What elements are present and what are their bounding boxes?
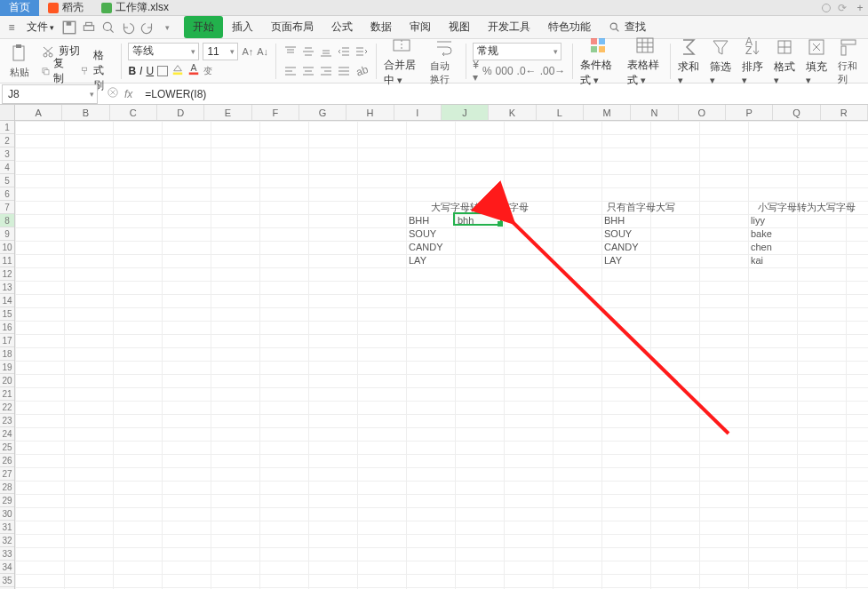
select-all-corner[interactable] (0, 105, 15, 121)
row-header-18[interactable]: 18 (0, 347, 14, 361)
row-header-21[interactable]: 21 (0, 387, 14, 401)
number-format-select[interactable]: 常规 (473, 43, 561, 60)
col-header-J[interactable]: J (442, 105, 489, 120)
formula-input[interactable]: =LOWER(I8) (139, 84, 868, 104)
align-justify-icon[interactable] (337, 64, 351, 78)
col-header-C[interactable]: C (110, 105, 157, 120)
sort-group[interactable]: AZ 排序 ▾ (737, 39, 768, 83)
tablestyle-group[interactable]: 表格样式 ▾ (622, 39, 669, 83)
col-header-I[interactable]: I (394, 105, 442, 120)
align-left-icon[interactable] (283, 64, 298, 78)
paste-group[interactable]: 粘贴 (4, 39, 36, 83)
font-color-button[interactable]: A (187, 63, 200, 78)
fontsize-select[interactable]: 11 (203, 43, 238, 60)
col-header-B[interactable]: B (62, 105, 109, 120)
cell-M8[interactable]: BHH (601, 214, 650, 227)
cell-header2[interactable]: 只有首字母大写 (568, 201, 714, 214)
row-header-24[interactable]: 24 (0, 427, 14, 441)
col-header-F[interactable]: F (252, 105, 299, 120)
row-header-2[interactable]: 2 (0, 134, 14, 147)
ribbon-tab-view[interactable]: 视图 (440, 16, 479, 38)
row-header-17[interactable]: 17 (0, 334, 14, 347)
col-header-R[interactable]: R (821, 105, 868, 120)
row-header-26[interactable]: 26 (0, 454, 14, 467)
row-header-1[interactable]: 1 (0, 121, 14, 134)
row-header-29[interactable]: 29 (0, 494, 14, 507)
col-header-G[interactable]: G (299, 105, 346, 120)
save-icon[interactable] (61, 20, 77, 36)
fill-color-button[interactable] (171, 63, 184, 78)
row-header-33[interactable]: 33 (0, 547, 14, 561)
tab-workbook[interactable]: 工作簿.xlsx (92, 0, 178, 16)
decimal-dec-icon[interactable]: .00→ (540, 65, 566, 77)
row-header-35[interactable]: 35 (0, 574, 14, 587)
align-center-icon[interactable] (301, 64, 315, 78)
row-header-11[interactable]: 11 (0, 254, 14, 267)
ribbon-tab-dev[interactable]: 开发工具 (479, 16, 539, 38)
percent-icon[interactable]: % (482, 65, 492, 77)
preview-icon[interactable] (100, 20, 116, 36)
row-header-5[interactable]: 5 (0, 174, 14, 187)
cell-I8[interactable]: BHH (406, 214, 455, 227)
name-box[interactable]: J8 (2, 84, 98, 104)
phonetic-button[interactable]: 变 (203, 65, 212, 77)
cell-P10[interactable]: chen (748, 241, 797, 254)
row-header-34[interactable]: 34 (0, 561, 14, 574)
row-header-22[interactable]: 22 (0, 401, 14, 414)
decimal-inc-icon[interactable]: .0← (517, 65, 537, 77)
align-middle-icon[interactable] (301, 44, 315, 59)
row-header-9[interactable]: 9 (0, 227, 14, 241)
format-painter-icon[interactable] (80, 64, 89, 78)
menu-icon[interactable]: ≡ (4, 20, 20, 36)
sum-group[interactable]: 求和 ▾ (673, 39, 705, 83)
cell-M10[interactable]: CANDY (601, 241, 650, 254)
col-header-L[interactable]: L (537, 105, 584, 120)
col-header-K[interactable]: K (489, 105, 536, 120)
grow-font-icon[interactable]: A↑ (242, 46, 253, 57)
row-header-31[interactable]: 31 (0, 521, 14, 534)
col-header-E[interactable]: E (204, 105, 251, 120)
shrink-font-icon[interactable]: A↓ (257, 46, 268, 57)
print-icon[interactable] (81, 20, 97, 36)
col-header-A[interactable]: A (15, 105, 62, 120)
col-header-O[interactable]: O (679, 105, 726, 120)
tab-home[interactable]: 首页 (0, 0, 39, 16)
row-header-14[interactable]: 14 (0, 294, 14, 307)
row-header-28[interactable]: 28 (0, 481, 14, 494)
col-header-N[interactable]: N (631, 105, 678, 120)
format-group[interactable]: 格式 ▾ (768, 39, 800, 83)
fx-icon[interactable]: fx (124, 88, 132, 100)
row-header-15[interactable]: 15 (0, 307, 14, 321)
italic-button[interactable]: I (139, 65, 142, 77)
cells-area[interactable]: 大写字母转为小写字母 只有首字母大写 小写字母转为大写字母 BHH SOUY C… (15, 121, 868, 589)
cell-P8[interactable]: liyy (748, 214, 797, 227)
cell-header1[interactable]: 大写字母转为小写字母 (406, 201, 553, 214)
ribbon-tab-formula[interactable]: 公式 (323, 16, 362, 38)
orientation-icon[interactable]: ab (354, 64, 369, 78)
cell-P9[interactable]: bake (748, 227, 797, 241)
row-header-20[interactable]: 20 (0, 374, 14, 387)
font-select[interactable]: 等线 (128, 43, 199, 60)
merge-group[interactable]: 合并居中 ▾ (378, 39, 426, 83)
row-header-16[interactable]: 16 (0, 321, 14, 334)
row-header-19[interactable]: 19 (0, 361, 14, 374)
rowcol-group[interactable]: 行和列 (832, 39, 864, 83)
cell-M11[interactable]: LAY (601, 254, 650, 267)
row-header-23[interactable]: 23 (0, 414, 14, 427)
tab-daoke[interactable]: 稻壳 (39, 0, 92, 16)
row-header-6[interactable]: 6 (0, 187, 14, 201)
wrap-group[interactable]: 自动换行 (425, 39, 463, 83)
quick-dropdown-icon[interactable]: ▾ (159, 20, 175, 36)
cell-J8[interactable]: bhh (455, 214, 504, 227)
tab-forward-icon[interactable]: ⟳ (838, 2, 847, 14)
filter-group[interactable]: 筛选 ▾ (705, 39, 737, 83)
col-header-M[interactable]: M (584, 105, 631, 120)
row-header-27[interactable]: 27 (0, 467, 14, 481)
row-header-8[interactable]: 8 (0, 214, 14, 227)
row-header-12[interactable]: 12 (0, 267, 14, 281)
bold-button[interactable]: B (128, 65, 136, 77)
redo-icon[interactable] (139, 20, 155, 36)
copy-label[interactable]: 复制 (53, 56, 67, 86)
undo-icon[interactable] (120, 20, 136, 36)
cell-M9[interactable]: SOUY (601, 227, 650, 241)
